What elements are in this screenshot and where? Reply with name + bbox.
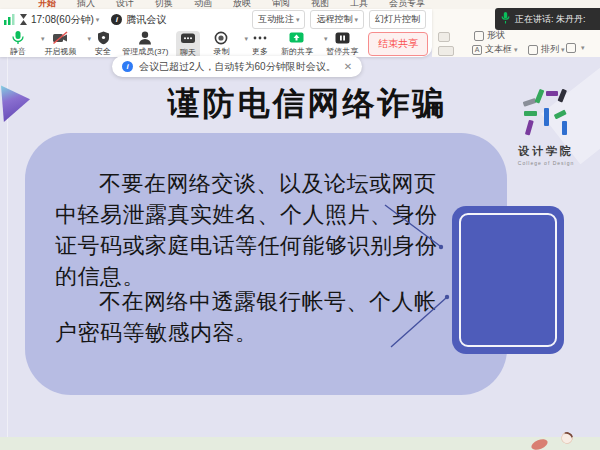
placeholder-inner-border bbox=[459, 213, 557, 347]
chevron-down-icon: ▾ bbox=[354, 16, 358, 24]
slide-control-label: 幻灯片控制 bbox=[375, 13, 420, 26]
interactive-annotation-label: 互动批注 bbox=[258, 13, 294, 26]
ribbon-select-icon[interactable] bbox=[438, 46, 454, 56]
slide-paragraph-1: 不要在网络交谈、以及论坛或网页中轻易泄露真实姓名、个人照片、身份证号码或家庭电话… bbox=[55, 168, 441, 292]
close-icon[interactable]: ✕ bbox=[344, 61, 352, 72]
ribbon-paste-icon[interactable] bbox=[438, 32, 450, 42]
new-share-button[interactable]: 新的共享 bbox=[281, 31, 313, 57]
manage-members-button[interactable]: 管理成员(37) bbox=[124, 31, 167, 57]
security-button[interactable]: 安全 bbox=[91, 31, 115, 57]
wps-menu-start[interactable]: 开始 bbox=[38, 0, 56, 9]
mute-button[interactable]: 静音 bbox=[6, 31, 30, 57]
chevron-down-icon: ▾ bbox=[514, 46, 518, 54]
camera-off-icon bbox=[53, 31, 68, 45]
start-video-button[interactable]: 开启视频 bbox=[45, 31, 77, 57]
meeting-timer[interactable]: 17:08(60分钟) bbox=[31, 13, 94, 27]
wps-menu-view[interactable]: 视图 bbox=[311, 0, 329, 9]
wps-menu-transition[interactable]: 切换 bbox=[155, 0, 173, 9]
chat-icon bbox=[181, 32, 195, 46]
arrange-icon bbox=[528, 45, 538, 55]
hourglass-icon bbox=[19, 11, 28, 29]
notification-text: 会议已超过2人，自动转为60分钟限时会议。 bbox=[139, 60, 336, 74]
ribbon-shapes-button[interactable]: 形状 bbox=[474, 29, 505, 42]
college-logo-icon bbox=[522, 88, 570, 142]
meeting-notification: i 会议已超过2人，自动转为60分钟限时会议。 ✕ bbox=[112, 56, 362, 77]
slide-image-placeholder bbox=[452, 206, 564, 354]
wps-menu-slideshow[interactable]: 放映 bbox=[233, 0, 251, 9]
pause-icon bbox=[335, 31, 350, 45]
shapes-icon bbox=[474, 31, 484, 41]
microphone-icon bbox=[11, 31, 25, 45]
chevron-down-icon: ▾ bbox=[296, 16, 300, 24]
college-logo-subtitle: College of Design bbox=[518, 160, 574, 166]
record-icon bbox=[214, 31, 228, 45]
college-logo-name: 设计学院 bbox=[518, 144, 574, 159]
bottom-green-strip bbox=[0, 437, 600, 450]
security-label: 安全 bbox=[95, 46, 111, 57]
wps-menu-tools[interactable]: 工具 bbox=[350, 0, 368, 9]
wps-menu-design[interactable]: 设计 bbox=[116, 0, 134, 9]
arrange-label: 排列 bbox=[541, 43, 559, 56]
ribbon-textbox-button[interactable]: A 文本框 ▾ bbox=[472, 43, 518, 56]
person-icon bbox=[138, 31, 152, 45]
wps-menu-review[interactable]: 审阅 bbox=[272, 0, 290, 9]
more-dots-icon bbox=[252, 31, 268, 45]
placeholder-icon bbox=[566, 43, 576, 53]
remote-control-label: 远程控制 bbox=[316, 13, 352, 26]
slide-control-button[interactable]: 幻灯片控制 bbox=[369, 10, 426, 29]
shapes-label: 形状 bbox=[487, 29, 505, 42]
end-share-button[interactable]: 结束共享 bbox=[368, 32, 428, 56]
wps-menu-member[interactable]: 会员专享 bbox=[389, 0, 425, 9]
microphone-active-icon bbox=[501, 10, 510, 28]
ribbon-arrange-button[interactable]: 排列 ▾ bbox=[528, 43, 565, 56]
screen: 开始 插入 设计 切换 动画 放映 审阅 视图 工具 会员专享 17:08(60… bbox=[0, 0, 600, 450]
pause-share-button[interactable]: 暂停共享 bbox=[327, 31, 357, 57]
wps-menu-animation[interactable]: 动画 bbox=[194, 0, 212, 9]
textbox-label: 文本框 bbox=[485, 43, 512, 56]
chat-button[interactable]: 聊天 bbox=[176, 31, 201, 59]
chevron-down-icon: ▾ bbox=[561, 46, 565, 54]
slide-paragraph-2: 不在网络中透露银行帐号、个人帐户密码等敏感内容。 bbox=[55, 286, 441, 348]
shield-icon bbox=[97, 31, 110, 45]
ribbon-extra-button[interactable]: ▾ bbox=[566, 43, 585, 53]
wps-menu-insert[interactable]: 插入 bbox=[77, 0, 95, 9]
chevron-down-icon[interactable]: ▾ bbox=[96, 16, 100, 24]
chevron-down-icon: ▾ bbox=[581, 44, 585, 52]
interactive-annotation-button[interactable]: 互动批注 ▾ bbox=[252, 10, 306, 29]
meeting-toolbar: 17:08(60分钟) ▾ i 腾讯会议 互动批注 ▾ 远程控制 ▾ 幻灯片控制 bbox=[0, 9, 432, 57]
textbox-icon: A bbox=[472, 45, 482, 55]
mute-label: 静音 bbox=[10, 46, 26, 57]
remote-control-button[interactable]: 远程控制 ▾ bbox=[310, 10, 364, 29]
share-screen-icon bbox=[289, 31, 304, 45]
speaking-indicator: 正在讲话: 朱丹丹: bbox=[495, 8, 600, 30]
speaking-text: 正在讲话: 朱丹丹: bbox=[515, 13, 586, 26]
app-name: 腾讯会议 bbox=[126, 13, 166, 27]
info-icon: i bbox=[122, 61, 133, 72]
more-button[interactable]: 更多 bbox=[248, 31, 272, 57]
record-button[interactable]: 录制 bbox=[209, 31, 233, 57]
college-logo: 设计学院 College of Design bbox=[506, 88, 586, 166]
info-icon[interactable]: i bbox=[111, 14, 122, 25]
start-video-label: 开启视频 bbox=[45, 46, 77, 57]
signal-icon bbox=[4, 11, 15, 29]
